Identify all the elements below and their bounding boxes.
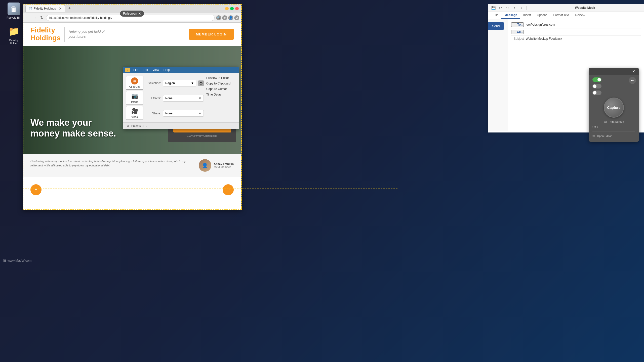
- search-icon[interactable]: 🔍: [216, 15, 221, 20]
- account-icon[interactable]: 👤: [228, 15, 233, 20]
- print-screen-row: ⌨ Print Screen: [592, 120, 635, 123]
- ribbon-tab-review[interactable]: Review: [572, 12, 588, 19]
- bottom-nav-arrows: + →: [30, 184, 234, 195]
- minimize-button[interactable]: [225, 7, 229, 10]
- snagit-menu: File Edit View Help: [131, 68, 172, 72]
- privacy-text: 100% Privacy Guaranteed.: [173, 134, 231, 137]
- capture-main-button[interactable]: Capture: [604, 98, 624, 118]
- author-title: M2M Member: [214, 165, 234, 168]
- effects-dropdown-arrow-icon: ▼: [198, 97, 202, 100]
- fullscreen-badge[interactable]: Fullscreen ✕: [120, 11, 144, 17]
- ribbon-tab-file[interactable]: File: [491, 12, 501, 19]
- print-screen-label: Print Screen: [609, 120, 624, 123]
- fullscreen-close-icon[interactable]: ✕: [138, 12, 141, 16]
- toggle-knob-2: [593, 84, 596, 88]
- snagit-logo: S: [125, 68, 130, 72]
- maximize-button[interactable]: [230, 7, 234, 10]
- ribbon-tab-format-text[interactable]: Format Text: [550, 12, 572, 19]
- subject-row: Subject Website Mockup Feedback: [511, 36, 641, 42]
- cc-button[interactable]: Cc...: [511, 30, 524, 34]
- snagit-menu-view[interactable]: View: [150, 68, 161, 72]
- recycle-bin-image: 🗑: [8, 3, 20, 15]
- new-tab-button[interactable]: +: [67, 6, 72, 11]
- reload-button[interactable]: ↻: [39, 15, 45, 21]
- preview-in-editor-link[interactable]: Preview in Editor: [206, 76, 236, 80]
- open-editor-row[interactable]: ✏ Open Editor: [592, 131, 635, 138]
- subject-label: Subject: [511, 37, 524, 40]
- snagit-titlebar: S File Edit View Help: [123, 67, 239, 73]
- fullscreen-label: Fullscreen: [123, 12, 137, 15]
- print-screen-icon: ⌨: [604, 120, 607, 123]
- author-info: Abbey Franklin M2M Member: [214, 162, 234, 168]
- send-button[interactable]: Send: [488, 22, 504, 30]
- effects-label: Effects:: [146, 97, 161, 100]
- share-dropdown[interactable]: None ▼: [163, 110, 204, 117]
- toggle-knob-1: [597, 78, 601, 81]
- snagit-video-btn[interactable]: 🎥 Video: [126, 106, 143, 120]
- effects-dropdown[interactable]: None ▼: [163, 95, 204, 102]
- snagit-all-in-one-btn[interactable]: ⊕ All-In-One: [126, 76, 143, 90]
- ribbon-tab-insert[interactable]: Insert: [520, 12, 534, 19]
- bottom-prev-arrow[interactable]: +: [30, 184, 42, 195]
- snagit-image-btn[interactable]: 📷 Image: [126, 91, 143, 105]
- browser-nav-icons: 🔍 ★ 👤 ⚙: [216, 15, 239, 20]
- undo-icon: ↩: [631, 78, 634, 82]
- desktop-folder-icon[interactable]: 📁 DesktopFolder: [3, 25, 25, 45]
- share-dropdown-arrow-icon: ▼: [198, 112, 202, 115]
- toggle-2[interactable]: [592, 84, 601, 88]
- logo-tagline: Helping you get hold of your future.: [69, 29, 109, 39]
- redo-qat-btn[interactable]: ↪: [505, 5, 510, 11]
- logo-divider: [64, 27, 65, 42]
- snagit-menu-help[interactable]: Help: [162, 68, 172, 72]
- toggle-row-3: [592, 90, 635, 95]
- down-qat-btn[interactable]: ↓: [519, 5, 524, 11]
- recycle-bin-icon[interactable]: 🗑 Recycle Bin: [3, 3, 25, 19]
- snagit-presets-bar: ⚙ Presets + -: [123, 122, 239, 129]
- share-label: Share:: [146, 112, 161, 115]
- presets-add-btn[interactable]: +: [142, 124, 144, 128]
- time-delay-link[interactable]: Time Delay: [206, 92, 236, 97]
- cc-field-row: Cc...: [511, 28, 641, 36]
- snagit-menu-edit[interactable]: Edit: [141, 68, 150, 72]
- copy-to-clipboard-link[interactable]: Copy to Clipboard: [206, 81, 236, 86]
- bookmark-icon[interactable]: ★: [222, 15, 227, 20]
- capture-undo-btn[interactable]: ↩: [629, 77, 636, 84]
- capture-panel-close-btn[interactable]: ✕: [632, 69, 635, 73]
- capture-cursor-link[interactable]: Capture Cursor: [206, 87, 236, 91]
- to-field-row: To... joe@designforus.com: [511, 21, 641, 28]
- toggle-3[interactable]: [592, 90, 601, 95]
- toggle-row-2: [592, 84, 635, 88]
- window-controls: [225, 7, 239, 10]
- capture-panel: — ✕ ↩ Capture ⌨ Print Screen Off ›: [589, 68, 639, 142]
- toggle-1[interactable]: [592, 77, 601, 82]
- selection-settings-btn[interactable]: ⚙: [198, 80, 204, 86]
- close-button[interactable]: [235, 7, 239, 10]
- hero-text: We make your money make sense.: [30, 117, 116, 139]
- snagit-menu-file[interactable]: File: [131, 68, 140, 72]
- image-icon: 📷: [131, 93, 138, 100]
- back-button[interactable]: ←: [25, 15, 30, 21]
- ribbon-tab-options[interactable]: Options: [534, 12, 550, 19]
- chevron-right-icon: ›: [597, 125, 598, 129]
- selection-row: Selection: Region ▼ ⚙: [146, 77, 204, 90]
- extensions-icon[interactable]: ⚙: [234, 15, 239, 20]
- selection-dropdown[interactable]: Region ▼: [163, 80, 196, 86]
- dropdown-arrow-icon: ▼: [191, 81, 194, 85]
- up-qat-btn[interactable]: ↑: [512, 5, 517, 11]
- forward-button[interactable]: →: [32, 15, 37, 21]
- capture-label: Capture: [607, 106, 621, 110]
- bottom-next-arrow[interactable]: →: [223, 184, 234, 195]
- member-login-button[interactable]: MEMBER LOGIN: [189, 29, 234, 40]
- share-row: Share: None ▼: [146, 107, 204, 120]
- to-button[interactable]: To...: [511, 22, 524, 27]
- subject-value: Website Mockup Feedback: [526, 37, 562, 40]
- video-icon: 🎥: [131, 108, 138, 115]
- ribbon-tab-message[interactable]: Message: [501, 12, 520, 19]
- undo-qat-btn[interactable]: ↩: [498, 5, 503, 11]
- save-qat-btn[interactable]: 💾: [491, 5, 496, 11]
- qat-separator: [526, 6, 527, 10]
- browser-tab-active[interactable]: 📄 Fidelity Holdings ✕: [25, 5, 65, 12]
- tab-close-btn[interactable]: ✕: [59, 7, 62, 11]
- presets-gear-icon[interactable]: ⚙: [126, 124, 130, 128]
- video-label: Video: [131, 116, 138, 118]
